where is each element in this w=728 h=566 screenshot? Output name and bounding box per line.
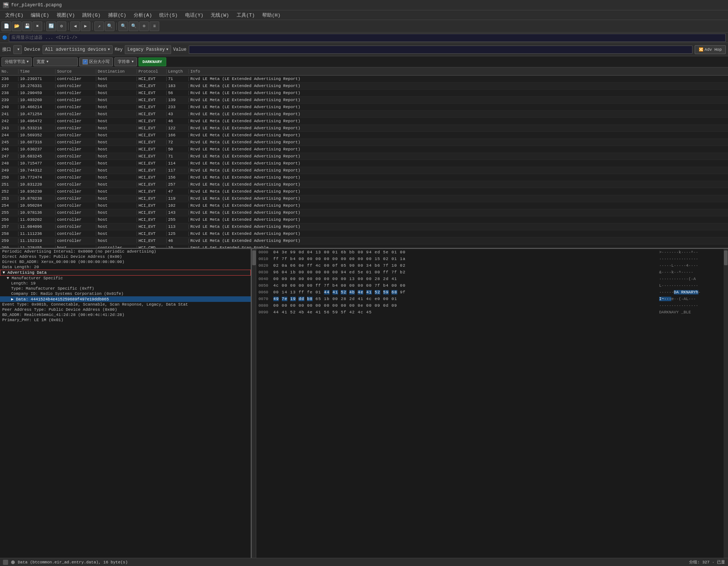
cell-time: 10.496472 xyxy=(19,119,56,123)
table-row[interactable]: 260 11.228455 host controller HCI_CMD 10… xyxy=(0,244,728,248)
cell-no: 249 xyxy=(0,168,19,173)
menu-view[interactable]: 视图(V) xyxy=(53,11,79,19)
menu-phone[interactable]: 电话(Y) xyxy=(181,11,207,19)
capture-opts-btn[interactable]: ⚙ xyxy=(57,21,66,31)
table-row[interactable]: 241 10.471254 controller host HCI_EVT 43… xyxy=(0,111,728,118)
cell-len: 71 xyxy=(167,154,189,159)
ascii-highlight: A xyxy=(676,290,679,294)
table-row[interactable]: 255 10.978136 controller host HCI_EVT 14… xyxy=(0,209,728,216)
cell-time: 10.630237 xyxy=(19,147,56,152)
interface-select[interactable]: ▼ xyxy=(13,45,22,54)
hex-bytes: 00 14 13 ff fe 01 44 41 52 4b 4e 41 52 5… xyxy=(273,290,657,294)
cell-dest: host xyxy=(96,196,137,201)
value-input[interactable] xyxy=(189,46,692,54)
cell-dest: host xyxy=(96,98,137,102)
zoom-in-btn[interactable]: 🔍 xyxy=(118,21,128,31)
find-btn[interactable]: 🔍 xyxy=(105,21,114,31)
list-item: Event Type: 0x001b, Connectable, Scannab… xyxy=(0,302,251,307)
cell-dest: host xyxy=(96,133,137,137)
table-row[interactable]: 259 11.152319 controller host HCI_EVT 46… xyxy=(0,237,728,244)
key-select-arrow: ▼ xyxy=(166,48,168,51)
col-prefs-btn[interactable]: ≡ xyxy=(150,21,159,31)
adv-hop-label: Adv Hop xyxy=(705,47,722,52)
menu-capture[interactable]: 捕获(C) xyxy=(104,11,130,19)
menu-go[interactable]: 跳转(G) xyxy=(79,11,104,19)
open-btn[interactable]: 📂 xyxy=(12,21,21,31)
table-row[interactable]: 246 10.630237 controller host HCI_EVT 50… xyxy=(0,146,728,153)
cell-source: controller xyxy=(56,168,96,173)
table-row[interactable]: 252 10.836230 controller host HCI_EVT 47… xyxy=(0,188,728,195)
goto-btn[interactable]: ↗ xyxy=(94,21,104,31)
zoom-reset-btn[interactable]: ⊙ xyxy=(139,21,149,31)
close-btn[interactable]: ✖ xyxy=(33,21,42,31)
table-row[interactable]: 238 10.290459 controller host HCI_EVT 56… xyxy=(0,90,728,97)
table-row[interactable]: 258 11.111236 controller host HCI_EVT 12… xyxy=(0,230,728,237)
list-item: BD_ADDR: RealtekSemic_41:2d:28 (00:e0:4c… xyxy=(0,312,251,317)
table-row[interactable]: 250 10.772474 controller host HCI_EVT 15… xyxy=(0,174,728,181)
table-row[interactable]: 244 10.569352 controller host HCI_EVT 16… xyxy=(0,132,728,139)
str-type-btn[interactable]: 字符串 ▼ xyxy=(114,57,137,66)
adv-hop-btn[interactable]: 🔀 Adv Hop xyxy=(695,45,726,54)
cell-len: 255 xyxy=(167,217,189,222)
menu-analyze[interactable]: 分析(A) xyxy=(130,11,156,19)
cell-time: 10.471254 xyxy=(19,112,56,116)
cell-no: 254 xyxy=(0,203,19,208)
detail-scrollbar[interactable] xyxy=(252,249,256,558)
detail-panel[interactable]: Periodic Advertising Interval: 0x0000 (n… xyxy=(0,249,252,558)
save-btn[interactable]: 💾 xyxy=(22,21,32,31)
table-row[interactable]: 253 10.870238 controller host HCI_EVT 11… xyxy=(0,195,728,202)
table-row[interactable]: 243 10.533216 controller host HCI_EVT 12… xyxy=(0,125,728,132)
menu-stats[interactable]: 统计(S) xyxy=(156,11,181,19)
cell-info: Rcvd LE Meta (LE Extended Advertising Re… xyxy=(189,112,728,116)
cell-source: controller xyxy=(56,217,96,222)
col-header-source: Source xyxy=(56,69,96,74)
case-btn[interactable]: ✓ 区分大小写 xyxy=(79,57,113,66)
cell-dest: host xyxy=(96,239,137,243)
table-row[interactable]: 247 10.683245 controller host HCI_EVT 71… xyxy=(0,153,728,160)
table-row[interactable]: 240 10.466214 controller host HCI_EVT 23… xyxy=(0,104,728,111)
menu-edit[interactable]: 编辑(E) xyxy=(27,11,53,19)
menu-wireless[interactable]: 无线(W) xyxy=(207,11,233,19)
key-select[interactable]: Legacy Passkey ▼ xyxy=(125,45,171,54)
packet-list-area[interactable]: No. Time Source Destination Protocol Len… xyxy=(0,67,728,249)
packet-list-scroll[interactable]: No. Time Source Destination Protocol Len… xyxy=(0,67,728,248)
hex-panel[interactable]: 0000 04 3e 99 0d 04 13 00 01 6b bb 00 94… xyxy=(256,249,724,558)
table-row[interactable]: 236 10.239371 controller host HCI_EVT 71… xyxy=(0,76,728,83)
menu-tools[interactable]: 工具(T) xyxy=(233,11,258,19)
table-row[interactable]: 242 10.496472 controller host HCI_EVT 46… xyxy=(0,118,728,125)
table-row[interactable]: 251 10.831220 controller host HCI_EVT 25… xyxy=(0,181,728,188)
cell-no: 256 xyxy=(0,217,19,222)
table-row[interactable]: 248 10.715477 controller host HCI_EVT 11… xyxy=(0,160,728,167)
display-filter-input[interactable] xyxy=(9,34,726,42)
wide-btn[interactable]: 宽度 ▼ xyxy=(33,57,78,66)
hex-scrollbar[interactable] xyxy=(724,249,728,558)
table-row[interactable]: 245 10.607316 controller host HCI_EVT 72… xyxy=(0,139,728,146)
search-text-btn[interactable]: DARKNARY xyxy=(138,57,166,66)
menu-help[interactable]: 帮助(H) xyxy=(258,11,284,19)
table-row[interactable]: 254 10.950284 controller host HCI_EVT 10… xyxy=(0,202,728,209)
table-row[interactable]: 237 10.276331 controller host HCI_EVT 18… xyxy=(0,83,728,90)
cell-info: Rcvd LE Meta (LE Extended Advertising Re… xyxy=(189,210,728,215)
device-select[interactable]: All advertising devices ▼ xyxy=(43,45,113,54)
cell-source: controller xyxy=(56,154,96,159)
table-row[interactable]: 249 10.744312 controller host HCI_EVT 11… xyxy=(0,167,728,174)
table-row[interactable]: 239 10.403260 controller host HCI_EVT 13… xyxy=(0,97,728,104)
sep1 xyxy=(44,23,44,30)
list-item: Type: Manufacturer Specific (0xff) xyxy=(0,286,251,291)
menu-file[interactable]: 文件(E) xyxy=(1,11,27,19)
zoom-out-btn[interactable]: 🔍 xyxy=(129,21,138,31)
table-row[interactable]: 256 11.039202 controller host HCI_EVT 25… xyxy=(0,216,728,223)
list-item[interactable]: ▶ Data: 4441524b4e415259689f497e19ddb865 xyxy=(0,296,251,302)
reload-btn[interactable]: 🔄 xyxy=(46,21,56,31)
split-bytes-btn[interactable]: 分组字节流 ▼ xyxy=(1,57,32,66)
hex-bytes: 04 3e 99 0d 04 13 00 01 6b bb 00 94 ed 5… xyxy=(273,250,657,254)
hex-byte-highlight: 49 xyxy=(273,297,279,301)
title-bar: 🦈 for_player01.pcapng xyxy=(0,0,728,10)
cell-proto: HCI_CMD xyxy=(137,246,167,248)
fwd-btn[interactable]: ▶ xyxy=(81,21,90,31)
back-btn[interactable]: ◀ xyxy=(70,21,80,31)
cell-source: controller xyxy=(56,140,96,144)
new-file-btn[interactable]: 📄 xyxy=(1,21,11,31)
table-row[interactable]: 257 11.084096 controller host HCI_EVT 11… xyxy=(0,223,728,230)
cell-len: 10 xyxy=(167,246,189,248)
